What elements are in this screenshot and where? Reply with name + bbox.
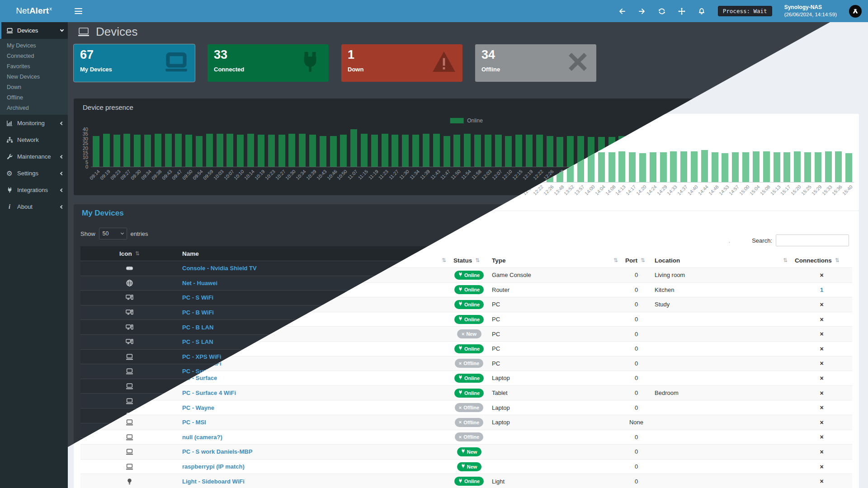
sidebar-item-integrations[interactable]: Integrations: [0, 182, 68, 198]
chart-bar: [732, 152, 739, 182]
sort-icon[interactable]: ⇅: [442, 257, 446, 263]
sidebar-subitem-offline[interactable]: Offline: [0, 92, 68, 103]
sidebar-subitem-connected[interactable]: Connected: [0, 51, 68, 61]
device-name-link[interactable]: raspberrypi (IP match): [182, 463, 245, 470]
menu-toggle-icon[interactable]: [75, 8, 82, 14]
bell-icon[interactable]: [698, 7, 706, 15]
x-axis-label: 11:54: [460, 169, 472, 181]
host-timestamp: (26/06/2024, 14:14:59): [784, 11, 837, 18]
summary-card-connected[interactable]: 33Connected: [208, 44, 329, 82]
sort-icon[interactable]: ⇅: [783, 257, 788, 263]
chart-bar-slot: 10:07: [225, 99, 236, 167]
refresh-icon[interactable]: [658, 7, 666, 15]
device-name-link[interactable]: PC - S LAN: [182, 338, 213, 345]
device-status-cell: Online: [450, 283, 488, 297]
device-name-link[interactable]: PC - MSI: [182, 419, 206, 426]
sidebar-subitem-archived[interactable]: Archived: [0, 103, 68, 113]
chart-bar-slot: 10:03: [215, 99, 225, 167]
device-name-link[interactable]: Console - Nvidia Shield TV: [182, 265, 257, 272]
sort-icon[interactable]: ⇅: [613, 257, 618, 263]
status-badge: New: [457, 447, 481, 456]
sort-icon[interactable]: ⇅: [835, 257, 840, 263]
sidebar-subitem-new-devices[interactable]: New Devices: [0, 71, 68, 82]
device-name-link[interactable]: PC - XPS WiFi: [182, 353, 222, 360]
device-name-link[interactable]: PC - B WiFi: [182, 309, 214, 316]
chart-bar-slot: 10:46: [328, 99, 339, 167]
summary-card-my-devices[interactable]: 67My Devices: [74, 44, 195, 82]
device-connections-cell: ×: [791, 460, 852, 474]
device-location-cell: [651, 342, 791, 356]
chart-bar-slot: 15:29: [813, 114, 823, 182]
move-icon[interactable]: [678, 7, 686, 15]
sidebar-item-devices[interactable]: Devices: [0, 22, 68, 39]
sidebar-item-maintenance[interactable]: Maintenance: [0, 148, 68, 165]
chart-bar: [639, 153, 646, 182]
column-header-connections[interactable]: Connections⇅: [791, 253, 852, 267]
sort-icon[interactable]: ⇅: [475, 257, 480, 263]
chart-bar: [650, 152, 656, 182]
device-name-link[interactable]: PC - Wayne: [182, 404, 214, 411]
device-location-cell: Study: [651, 297, 791, 312]
plug-icon: [458, 301, 462, 307]
chart-bar-slot: 09:27: [122, 99, 132, 167]
device-name-link[interactable]: Net - Huawei: [182, 280, 217, 286]
column-header-location[interactable]: Location⇅: [651, 253, 791, 267]
chart-bar: [423, 134, 429, 167]
column-header-label: Connections: [795, 257, 832, 264]
chart-bar-slot: 12:26: [545, 99, 555, 167]
device-name-link[interactable]: PC - S WiFi: [182, 294, 213, 301]
chevron-left-icon: [60, 155, 64, 158]
summary-card-offline[interactable]: 34Offline: [475, 44, 596, 82]
sidebar-subitem-down[interactable]: Down: [0, 82, 68, 92]
device-name-link[interactable]: PC - B LAN: [182, 324, 213, 331]
chart-bar-slot: 11:15: [359, 99, 369, 167]
device-name-link[interactable]: PC - S work Daniels-MBP: [182, 448, 252, 455]
sort-icon[interactable]: ⇅: [135, 250, 140, 257]
x-axis-label: 10:10: [233, 169, 245, 181]
column-header-icon[interactable]: Icon⇅: [80, 246, 179, 261]
back-icon[interactable]: [618, 7, 626, 15]
chart-bar-slot: 14:37: [679, 114, 689, 182]
gamepad-icon: [80, 261, 179, 276]
sidebar-item-network[interactable]: Network: [0, 131, 68, 148]
forward-icon[interactable]: [638, 7, 646, 15]
chart-bar: [93, 136, 99, 167]
avatar[interactable]: [849, 5, 862, 18]
device-connections-cell: ×: [791, 400, 852, 415]
sort-icon[interactable]: ⇅: [641, 257, 645, 263]
status-badge: Online: [454, 374, 484, 383]
app-logo[interactable]: NetAlertx: [0, 0, 68, 22]
device-location-cell: [651, 371, 791, 385]
chart-bar-slot: 14:48: [710, 114, 720, 182]
search-input[interactable]: [776, 235, 849, 246]
chart-bar-slot: 11:23: [380, 99, 390, 167]
x-axis-label: 14:53: [717, 184, 730, 196]
sidebar-item-settings[interactable]: ⚙Settings: [0, 165, 68, 182]
laptop-icon: [80, 364, 179, 379]
column-header-status[interactable]: Status⇅: [450, 253, 488, 267]
x-axis-label: 15:00: [738, 184, 750, 196]
sidebar-item-monitoring[interactable]: Monitoring: [0, 115, 68, 131]
device-name-link[interactable]: Light - Sideboard WiFi: [182, 478, 245, 485]
column-header-type[interactable]: Type⇅: [488, 253, 622, 267]
device-name-link[interactable]: PC - Surface 4 WiFi: [182, 389, 236, 396]
chart-bar: [815, 152, 821, 182]
summary-cards: 67My Devices33Connected1Down34Offline: [74, 44, 596, 82]
chart-bar: [763, 151, 770, 182]
chart-bar-slot: 13:57: [576, 99, 586, 167]
x-axis-label: 09:47: [171, 169, 183, 181]
summary-card-down[interactable]: 1Down: [341, 44, 462, 82]
device-location-cell: [651, 400, 791, 415]
sidebar-subitem-my-devices[interactable]: My Devices: [0, 40, 68, 51]
sidebar-subitem-favorites[interactable]: Favorites: [0, 61, 68, 71]
page-size-select[interactable]: 50: [99, 228, 127, 239]
laptop-icon: [80, 460, 179, 474]
connections-link[interactable]: 1: [820, 286, 823, 293]
device-name-link[interactable]: null (camera?): [182, 434, 222, 441]
chevron-left-icon: [60, 171, 64, 175]
chart-bar-slot: 14:33: [669, 114, 679, 182]
column-header-port[interactable]: Port⇅: [622, 253, 651, 267]
chart-bar-slot: 10:10: [235, 99, 245, 167]
sidebar-item-about[interactable]: iAbout: [0, 198, 68, 215]
device-status-cell: New: [450, 445, 488, 459]
